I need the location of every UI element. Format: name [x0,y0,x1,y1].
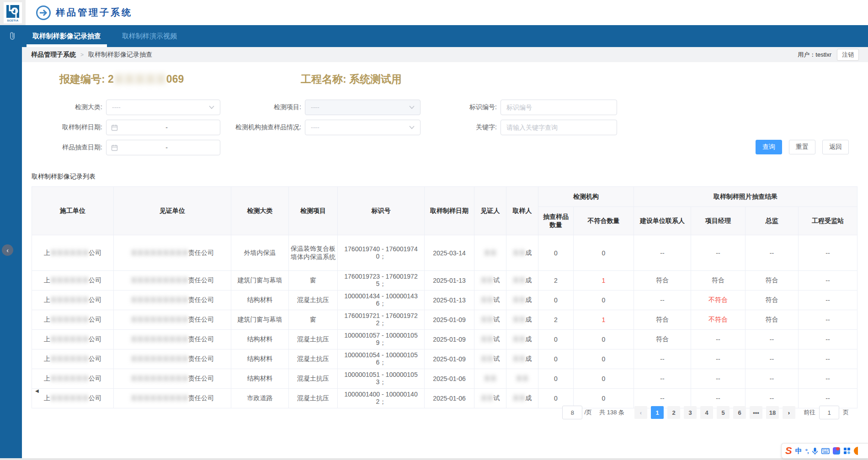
page-more-button[interactable]: ••• [750,406,762,419]
masked-text: 某某某某某某 [50,276,89,284]
goto-page-unit: 页 [843,408,849,417]
table-cell: 不符合 [691,291,746,310]
table-cell: 2025-01-13 [425,271,474,291]
keyword-label: 关键字: [423,123,497,132]
scetia-logo: SCETIA [4,2,22,23]
masked-text: 某某某某某某 [50,296,89,303]
breadcrumb-root[interactable]: 样品管理子系统 [31,51,76,59]
table-cell: -- [691,330,746,349]
masked-text: 某某某某某某 [50,249,89,256]
search-button[interactable]: 查询 [756,140,782,154]
masked-text: 某某 [513,316,526,323]
next-page-button[interactable]: › [783,406,795,419]
ime-punctuation-icon[interactable]: °, [805,448,809,455]
table-cell: 某某成 [506,271,538,291]
sidebar-collapse-handle[interactable]: ‹ [2,244,13,256]
test-item-label: 检测项目: [227,103,301,111]
reset-button[interactable]: 重置 [789,140,815,154]
keyboard-icon[interactable] [821,448,830,454]
table-cell: 某某某某某某某某某责任公司 [114,235,231,271]
masked-text: 某某 [481,316,494,323]
project-register-number: 报建编号: 2某某某某某069 [59,72,184,86]
page-button-2[interactable]: 2 [667,406,680,419]
colgroup-test-agency: 检测机构 [538,187,634,207]
category-select[interactable]: ---- [106,100,220,115]
table-cell: -- [799,330,857,349]
table-row: 上某某某某某某公司某某某某某某某某某责任公司结构材料混凝土抗压100000105… [32,369,857,389]
table-cell: 0 [538,349,574,369]
back-button[interactable]: 返回 [822,140,849,154]
ime-language-icon[interactable]: 中 [795,447,802,455]
logo-text: SCETIA [7,19,18,22]
masked-text: 某某某某某某 [50,316,89,323]
tab-sampling-record-check[interactable]: 取样制样影像记录抽查 [27,25,107,47]
page-button-6[interactable]: 6 [733,406,746,419]
table-cell: 上某某某某某某公司 [32,349,114,369]
table-cell: 1000001400 - 1000001402； [338,389,425,408]
tab-demo-video[interactable]: 取样制样演示视频 [116,25,183,47]
scetia-logo-icon [6,5,20,18]
table-cell: 2025-03-14 [425,235,474,271]
col-witness: 见证人 [474,187,506,235]
ime-toolbar: S 中 °, [781,443,868,459]
page-button-18[interactable]: 18 [766,406,779,419]
table-cell: 1 [574,310,634,330]
table-cell: -- [634,235,691,271]
masked-text: 某某 [484,375,497,382]
table-cell: 某某试 [474,389,506,408]
logout-button[interactable]: 注销 [837,49,859,61]
agency-check-select[interactable]: ---- [305,120,421,135]
page-button-1[interactable]: 1 [651,406,664,419]
page-size-input[interactable] [562,406,582,419]
sogou-logo-icon[interactable]: S [785,446,792,456]
table-cell: 结构材料 [231,369,289,389]
masked-text: 某某某某某某某某某 [131,316,188,323]
page-button-3[interactable]: 3 [684,406,697,419]
register-number-prefix: 2 [108,73,114,85]
table-cell: 窗 [289,310,338,330]
table-cell: -- [799,271,857,291]
table-cell: 结构材料 [231,349,289,369]
tab-bar: 取样制样影像记录抽查 取样制样演示视频 [0,25,868,47]
tag-number-input[interactable] [501,100,617,115]
masked-text: 某某某某某某 [50,335,89,343]
table-row: 上某某某某某某公司某某某某某某某某某责任公司建筑门窗与幕墙窗1760019721… [32,310,857,330]
ime-partial-icon[interactable] [854,447,858,455]
microphone-icon[interactable] [812,447,818,455]
col-tag-number: 标识号 [338,187,425,235]
col-construction-unit: 施工单位 [32,187,114,235]
keyword-input[interactable] [501,120,617,135]
table-cell: 1000001054 - 1000001056； [338,349,425,369]
test-item-select[interactable]: ---- [305,100,421,115]
breadcrumb-current: 取样制样影像记录抽查 [88,51,152,59]
table-cell: 某某某某某某某某某责任公司 [114,330,231,349]
category-label: 检测大类: [28,103,102,111]
col-test-item: 检测项目 [289,187,338,235]
table-cell: 某某试 [474,330,506,349]
ime-toolbox-grid-icon[interactable] [843,447,851,455]
page-button-4[interactable]: 4 [700,406,713,419]
sampling-date-range[interactable]: - [106,120,220,135]
masked-text: 某某 [481,394,494,402]
table-cell: -- [634,369,691,389]
agency-check-placeholder: ---- [311,124,409,131]
per-page-label: /页 [584,408,592,417]
prev-page-button[interactable]: ‹ [634,406,647,419]
sidebar: ‹ [0,47,22,460]
table-cell: 符合 [634,330,691,349]
table-cell: 2025-01-09 [425,310,474,330]
masked-text: 某某 [513,249,526,256]
table-scroll-left-icon[interactable]: ◀ [35,388,39,393]
ime-skin-icon[interactable] [833,447,840,455]
paperclip-icon[interactable] [8,32,16,41]
table-cell: 2025-01-06 [425,369,474,389]
table-cell: 1000001057 - 1000001059； [338,330,425,349]
table-row: 上某某某某某某公司某某某某某某某某某责任公司结构材料混凝土抗压100000143… [32,291,857,310]
table-cell: 结构材料 [231,330,289,349]
goto-page-input[interactable] [819,406,839,419]
table-cell: 上某某某某某某公司 [32,271,114,291]
spot-check-date-range[interactable]: - [106,140,220,155]
page-button-5[interactable]: 5 [717,406,730,419]
table-section-title: 取样制样影像记录列表 [32,173,96,181]
table-cell: 市政道路 [231,389,289,408]
